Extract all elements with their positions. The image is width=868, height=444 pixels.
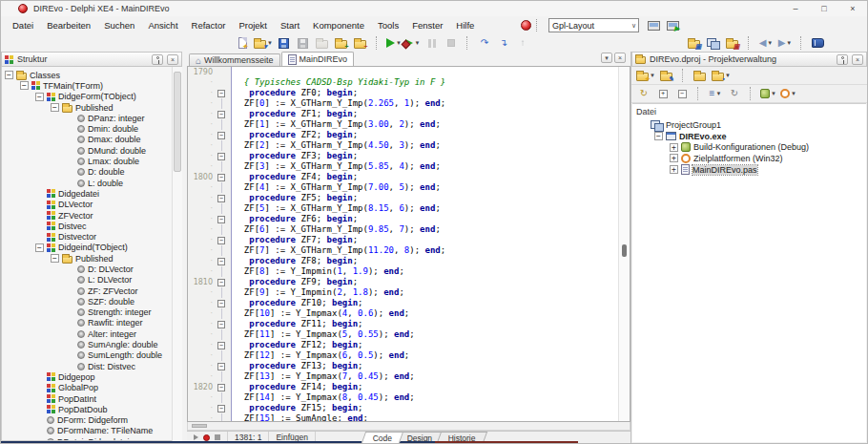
structure-node[interactable]: SumAngle: double [2, 339, 181, 349]
code-text[interactable]: ZF[7] := X_GTHarm_Y_Imp(11.20, 8); end; [232, 245, 630, 256]
refresh-button[interactable]: ↻ [726, 86, 743, 102]
chevron-down-icon[interactable]: ▼ [771, 91, 776, 96]
code-line[interactable]: ·− procedure ZF0; begin; [188, 88, 630, 98]
fold-toggle[interactable]: − [217, 111, 225, 118]
menu-hilfe[interactable]: Hilfe [449, 18, 481, 32]
structure-node[interactable]: D: double [2, 167, 181, 178]
chevron-down-icon[interactable]: ▼ [786, 40, 792, 46]
structure-node[interactable]: ZF: ZFVector [2, 285, 181, 296]
structure-node[interactable]: −Published [2, 253, 181, 264]
fold-toggle[interactable]: − [217, 90, 225, 97]
code-line[interactable]: ·− procedure ZF8; begin; [188, 256, 630, 266]
code-line[interactable]: · ZF[2] := X_GTHarm_Y_Imp(4.50, 3); end; [188, 140, 630, 151]
fold-toggle[interactable]: − [217, 405, 225, 412]
code-text[interactable]: procedure ZF5; begin; [232, 193, 630, 203]
structure-node[interactable]: PopDatInt [2, 393, 181, 404]
code-text[interactable]: procedure ZF11; begin; [232, 319, 630, 329]
build-config-button[interactable]: ▼ [759, 86, 777, 102]
code-text[interactable]: procedure ZF9; begin; [232, 277, 630, 287]
code-line[interactable]: · ZF[9] := Y_Impmin(2, 1.8); end; [188, 287, 630, 298]
structure-node[interactable]: PopDatDoub [2, 404, 181, 414]
chevron-down-icon[interactable]: ▼ [791, 91, 796, 96]
menu-komponente[interactable]: Komponente [306, 18, 371, 32]
code-text[interactable]: ZF[5] := X_GTHarm_Y_Imp(8.15, 6); end; [232, 203, 630, 214]
code-text[interactable]: ZF[11] := Y_Impmax(5, 0.55); end; [232, 329, 630, 340]
macro-stop-icon[interactable] [215, 434, 220, 440]
close-panel-button[interactable]: × [852, 54, 863, 65]
sync-editor-button[interactable]: ↻ [635, 86, 652, 102]
fold-toggle[interactable]: − [217, 321, 225, 328]
debug-desktop-button[interactable] [521, 17, 531, 34]
pin-button[interactable] [152, 54, 163, 65]
editor-tab-willkommensseite[interactable]: ⌂Willkommensseite [189, 53, 280, 66]
menu-bearbeiten[interactable]: Bearbeiten [40, 18, 97, 32]
code-line[interactable]: ·− procedure ZF10; begin; [188, 298, 630, 308]
project-node[interactable]: ProjectGroup1 [636, 119, 866, 131]
expand-toggle[interactable]: − [5, 71, 13, 79]
code-text[interactable]: procedure ZF12; begin; [232, 340, 630, 350]
project-node[interactable]: +Build-Konfigurationen (Debug) [636, 141, 866, 153]
code-text[interactable]: procedure ZF7; begin; [232, 235, 630, 245]
code-line[interactable]: ·− procedure ZF13; begin; [188, 361, 630, 371]
close-panel-button[interactable]: × [167, 54, 178, 65]
expand-toggle[interactable]: − [51, 254, 59, 263]
code-line[interactable]: · ZF[6] := X_GTHarm_Y_Imp(9.85, 7); end; [188, 224, 630, 235]
code-text[interactable] [232, 67, 630, 77]
structure-node[interactable]: DMund: double [2, 145, 181, 156]
code-text[interactable]: ZF[14] := Y_Impmax(8, 0.45); end; [232, 392, 630, 403]
pin-button[interactable] [837, 54, 848, 65]
code-line[interactable]: ·− procedure ZF5; begin; [188, 193, 630, 203]
menu-start[interactable]: Start [274, 18, 306, 32]
expand-toggle[interactable]: − [35, 93, 44, 101]
editor-tab-maindirevo[interactable]: MainDIREvo [281, 52, 355, 66]
expand-toggle[interactable]: − [20, 81, 29, 90]
chevron-down-icon[interactable]: ▼ [715, 91, 721, 96]
code-text[interactable]: ZF[10] := Y_Impmax(4, 0.6); end; [232, 308, 630, 319]
code-line[interactable]: · ZF[7] := X_GTHarm_Y_Imp(11.20, 8); end… [188, 245, 630, 256]
code-line[interactable]: · ZF[11] := Y_Impmax(5, 0.55); end; [188, 329, 630, 340]
structure-node[interactable]: L: double [2, 178, 181, 188]
code-line[interactable]: · { Typisches CADSD-Bsp Yidaki-Typ in F … [188, 77, 630, 88]
scrollbar-thumb[interactable] [174, 72, 181, 172]
structure-node[interactable]: Dist: Distvec [2, 361, 181, 371]
code-line[interactable]: · ZF[3] := X_GTHarm_Y_Imp(5.85, 4); end; [188, 161, 630, 172]
structure-node[interactable]: −TFMain(TForm) [2, 80, 181, 91]
fold-toggle[interactable]: − [217, 153, 225, 160]
structure-node[interactable]: Didgedatei [2, 188, 181, 199]
code-line[interactable]: ·− procedure ZF11; begin; [188, 319, 630, 329]
code-line[interactable]: ·− procedure ZF1; begin; [188, 109, 630, 119]
structure-node[interactable]: ZFVector [2, 210, 181, 221]
fold-toggle[interactable]: − [217, 342, 225, 349]
code-line[interactable]: ·− procedure ZF2; begin; [188, 130, 630, 140]
structure-node[interactable]: −DidgeForm(TObject) [2, 92, 181, 102]
structure-node[interactable]: Alter: integer [2, 328, 181, 339]
collapse-all-button[interactable]: − [673, 86, 691, 102]
macro-play-icon[interactable] [194, 434, 198, 440]
close-tab-button[interactable]: × [614, 53, 626, 63]
trace-into-button[interactable]: ↷ [476, 35, 493, 52]
code-text[interactable]: ZF[0] := X_GTHarm_Y_Imp(2.265, 1); end; [232, 98, 630, 109]
menu-tools[interactable]: Tools [371, 18, 405, 32]
structure-node[interactable]: Didgepop [2, 371, 181, 382]
expand-toggle[interactable]: + [670, 165, 678, 174]
fold-toggle[interactable]: − [217, 279, 225, 286]
structure-node[interactable]: −Classes [2, 70, 181, 80]
open-file-button[interactable]: ▾▼ [253, 35, 274, 52]
project-new-button[interactable]: ✦▼ [635, 68, 656, 84]
code-text[interactable]: ZF[9] := Y_Impmin(2, 1.8); end; [232, 287, 630, 298]
structure-node[interactable]: Distvector [2, 231, 181, 242]
chevron-down-icon[interactable]: ▼ [767, 40, 773, 46]
code-text[interactable]: procedure ZF1; begin; [232, 109, 630, 119]
code-line[interactable]: 1790 [188, 67, 630, 77]
fold-toggle[interactable]: − [217, 384, 225, 391]
sort-by-button[interactable]: ≡▼ [707, 86, 724, 102]
code-text[interactable]: procedure ZF8; begin; [232, 256, 630, 266]
new-item-button[interactable]: ✦ [234, 35, 251, 52]
code-text[interactable]: ZF[6] := X_GTHarm_Y_Imp(9.85, 7); end; [232, 224, 630, 235]
structure-node[interactable]: L: DLVector [2, 275, 181, 285]
expand-toggle[interactable]: − [654, 132, 663, 140]
structure-node[interactable]: Lmax: double [2, 156, 181, 166]
expand-toggle[interactable]: + [670, 143, 678, 152]
chevron-down-icon[interactable]: ▼ [396, 40, 402, 46]
editor-vscrollbar[interactable] [618, 67, 630, 421]
